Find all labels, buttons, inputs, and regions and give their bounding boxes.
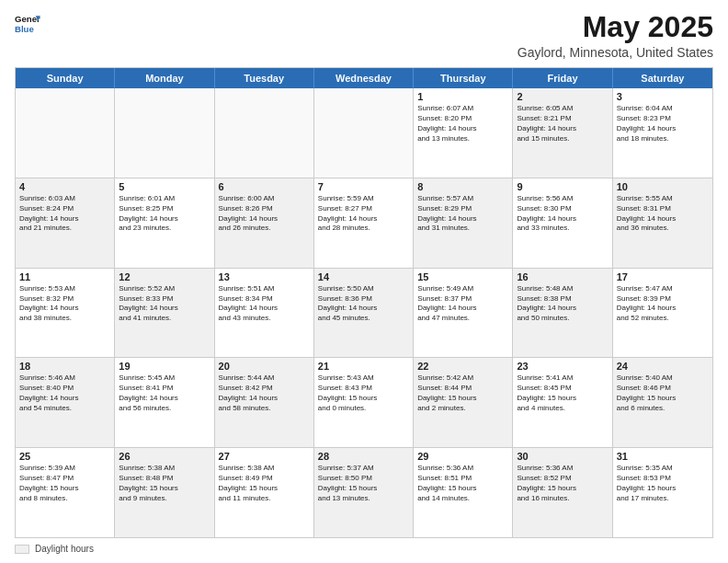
day-number: 29 [417, 451, 508, 462]
day-number: 7 [318, 181, 409, 192]
calendar-row-2: 4Sunrise: 6:03 AM Sunset: 8:24 PM Daylig… [16, 178, 712, 269]
day-number: 5 [119, 181, 210, 192]
day-number: 15 [417, 271, 508, 282]
cell-info: Sunrise: 5:59 AM Sunset: 8:27 PM Dayligh… [318, 194, 409, 234]
calendar-cell-3-5: 23Sunrise: 5:41 AM Sunset: 8:45 PM Dayli… [513, 358, 612, 447]
calendar-cell-2-2: 13Sunrise: 5:51 AM Sunset: 8:34 PM Dayli… [215, 269, 314, 358]
cell-info: Sunrise: 5:36 AM Sunset: 8:51 PM Dayligh… [417, 464, 508, 503]
title-block: May 2025 Gaylord, Minnesota, United Stat… [518, 11, 713, 60]
calendar-row-3: 11Sunrise: 5:53 AM Sunset: 8:32 PM Dayli… [16, 269, 712, 359]
calendar-cell-2-1: 12Sunrise: 5:52 AM Sunset: 8:33 PM Dayli… [115, 269, 214, 358]
calendar-cell-1-4: 8Sunrise: 5:57 AM Sunset: 8:29 PM Daylig… [414, 178, 513, 268]
day-number: 24 [617, 361, 709, 372]
calendar-row-1: 1Sunrise: 6:07 AM Sunset: 8:20 PM Daylig… [16, 88, 712, 178]
calendar-row-5: 25Sunrise: 5:39 AM Sunset: 8:47 PM Dayli… [16, 448, 712, 537]
day-number: 16 [517, 271, 608, 282]
day-number: 20 [219, 361, 310, 372]
weekday-header-thursday: Thursday [414, 68, 513, 88]
subtitle: Gaylord, Minnesota, United States [518, 45, 713, 60]
legend: Daylight hours [15, 544, 713, 554]
day-number: 19 [119, 361, 210, 372]
day-number: 14 [318, 271, 409, 282]
weekday-header-sunday: Sunday [16, 68, 115, 88]
day-number: 3 [617, 91, 709, 102]
calendar-cell-2-4: 15Sunrise: 5:49 AM Sunset: 8:37 PM Dayli… [414, 269, 513, 358]
calendar-cell-1-2: 6Sunrise: 6:00 AM Sunset: 8:26 PM Daylig… [215, 178, 314, 268]
day-number: 30 [517, 451, 608, 462]
header: General Blue May 2025 Gaylord, Minnesota… [15, 11, 713, 60]
calendar-cell-1-1: 5Sunrise: 6:01 AM Sunset: 8:25 PM Daylig… [115, 178, 214, 268]
calendar-cell-4-4: 29Sunrise: 5:36 AM Sunset: 8:51 PM Dayli… [414, 448, 513, 537]
day-number: 21 [318, 361, 409, 372]
calendar-cell-2-6: 17Sunrise: 5:47 AM Sunset: 8:39 PM Dayli… [613, 269, 712, 358]
page: General Blue May 2025 Gaylord, Minnesota… [0, 0, 728, 563]
day-number: 10 [617, 181, 709, 192]
cell-info: Sunrise: 6:05 AM Sunset: 8:21 PM Dayligh… [517, 104, 608, 144]
day-number: 12 [119, 271, 210, 282]
calendar-cell-2-3: 14Sunrise: 5:50 AM Sunset: 8:36 PM Dayli… [314, 269, 414, 358]
logo: General Blue [15, 11, 40, 37]
day-number: 18 [19, 361, 110, 372]
cell-info: Sunrise: 5:55 AM Sunset: 8:31 PM Dayligh… [617, 194, 709, 234]
cell-info: Sunrise: 5:35 AM Sunset: 8:53 PM Dayligh… [617, 464, 709, 503]
calendar-body: 1Sunrise: 6:07 AM Sunset: 8:20 PM Daylig… [16, 88, 712, 537]
cell-info: Sunrise: 5:44 AM Sunset: 8:42 PM Dayligh… [219, 373, 310, 413]
calendar-cell-4-2: 27Sunrise: 5:38 AM Sunset: 8:49 PM Dayli… [215, 448, 314, 537]
cell-info: Sunrise: 6:03 AM Sunset: 8:24 PM Dayligh… [19, 194, 110, 234]
cell-info: Sunrise: 5:57 AM Sunset: 8:29 PM Dayligh… [417, 194, 508, 234]
cell-info: Sunrise: 6:07 AM Sunset: 8:20 PM Dayligh… [417, 104, 508, 144]
day-number: 31 [617, 451, 709, 462]
cell-info: Sunrise: 5:53 AM Sunset: 8:32 PM Dayligh… [19, 284, 110, 324]
calendar-cell-1-6: 10Sunrise: 5:55 AM Sunset: 8:31 PM Dayli… [613, 178, 712, 268]
cell-info: Sunrise: 5:40 AM Sunset: 8:46 PM Dayligh… [617, 373, 709, 413]
day-number: 4 [19, 181, 110, 192]
calendar: SundayMondayTuesdayWednesdayThursdayFrid… [15, 67, 713, 538]
calendar-cell-3-4: 22Sunrise: 5:42 AM Sunset: 8:44 PM Dayli… [414, 358, 513, 447]
weekday-header-wednesday: Wednesday [314, 68, 414, 88]
legend-label: Daylight hours [35, 544, 94, 554]
cell-info: Sunrise: 5:36 AM Sunset: 8:52 PM Dayligh… [517, 464, 608, 503]
cell-info: Sunrise: 5:43 AM Sunset: 8:43 PM Dayligh… [318, 373, 409, 413]
svg-text:General: General [15, 14, 40, 24]
cell-info: Sunrise: 5:52 AM Sunset: 8:33 PM Dayligh… [119, 284, 210, 324]
day-number: 6 [219, 181, 310, 192]
calendar-cell-0-3 [314, 88, 414, 178]
cell-info: Sunrise: 5:37 AM Sunset: 8:50 PM Dayligh… [318, 464, 409, 503]
calendar-cell-3-3: 21Sunrise: 5:43 AM Sunset: 8:43 PM Dayli… [314, 358, 414, 447]
calendar-header: SundayMondayTuesdayWednesdayThursdayFrid… [16, 68, 712, 88]
day-number: 28 [318, 451, 409, 462]
legend-box [15, 545, 29, 554]
calendar-cell-3-1: 19Sunrise: 5:45 AM Sunset: 8:41 PM Dayli… [115, 358, 214, 447]
cell-info: Sunrise: 5:39 AM Sunset: 8:47 PM Dayligh… [19, 464, 110, 503]
calendar-cell-3-6: 24Sunrise: 5:40 AM Sunset: 8:46 PM Dayli… [613, 358, 712, 447]
calendar-cell-4-3: 28Sunrise: 5:37 AM Sunset: 8:50 PM Dayli… [314, 448, 414, 537]
day-number: 17 [617, 271, 709, 282]
day-number: 23 [517, 361, 608, 372]
calendar-cell-0-6: 3Sunrise: 6:04 AM Sunset: 8:23 PM Daylig… [613, 88, 712, 178]
day-number: 13 [219, 271, 310, 282]
calendar-cell-3-2: 20Sunrise: 5:44 AM Sunset: 8:42 PM Dayli… [215, 358, 314, 447]
calendar-cell-4-5: 30Sunrise: 5:36 AM Sunset: 8:52 PM Dayli… [513, 448, 612, 537]
day-number: 26 [119, 451, 210, 462]
day-number: 8 [417, 181, 508, 192]
calendar-cell-4-6: 31Sunrise: 5:35 AM Sunset: 8:53 PM Dayli… [613, 448, 712, 537]
day-number: 1 [417, 91, 508, 102]
cell-info: Sunrise: 6:00 AM Sunset: 8:26 PM Dayligh… [219, 194, 310, 234]
calendar-cell-0-4: 1Sunrise: 6:07 AM Sunset: 8:20 PM Daylig… [414, 88, 513, 178]
calendar-cell-2-5: 16Sunrise: 5:48 AM Sunset: 8:38 PM Dayli… [513, 269, 612, 358]
calendar-cell-0-5: 2Sunrise: 6:05 AM Sunset: 8:21 PM Daylig… [513, 88, 612, 178]
main-title: May 2025 [518, 11, 713, 43]
cell-info: Sunrise: 5:47 AM Sunset: 8:39 PM Dayligh… [617, 284, 709, 324]
logo-icon: General Blue [15, 11, 40, 37]
cell-info: Sunrise: 5:46 AM Sunset: 8:40 PM Dayligh… [19, 373, 110, 413]
cell-info: Sunrise: 5:42 AM Sunset: 8:44 PM Dayligh… [417, 373, 508, 413]
day-number: 9 [517, 181, 608, 192]
cell-info: Sunrise: 6:01 AM Sunset: 8:25 PM Dayligh… [119, 194, 210, 234]
day-number: 25 [19, 451, 110, 462]
calendar-cell-1-5: 9Sunrise: 5:56 AM Sunset: 8:30 PM Daylig… [513, 178, 612, 268]
weekday-header-friday: Friday [513, 68, 612, 88]
weekday-header-monday: Monday [115, 68, 214, 88]
cell-info: Sunrise: 5:56 AM Sunset: 8:30 PM Dayligh… [517, 194, 608, 234]
day-number: 27 [219, 451, 310, 462]
calendar-cell-1-3: 7Sunrise: 5:59 AM Sunset: 8:27 PM Daylig… [314, 178, 414, 268]
